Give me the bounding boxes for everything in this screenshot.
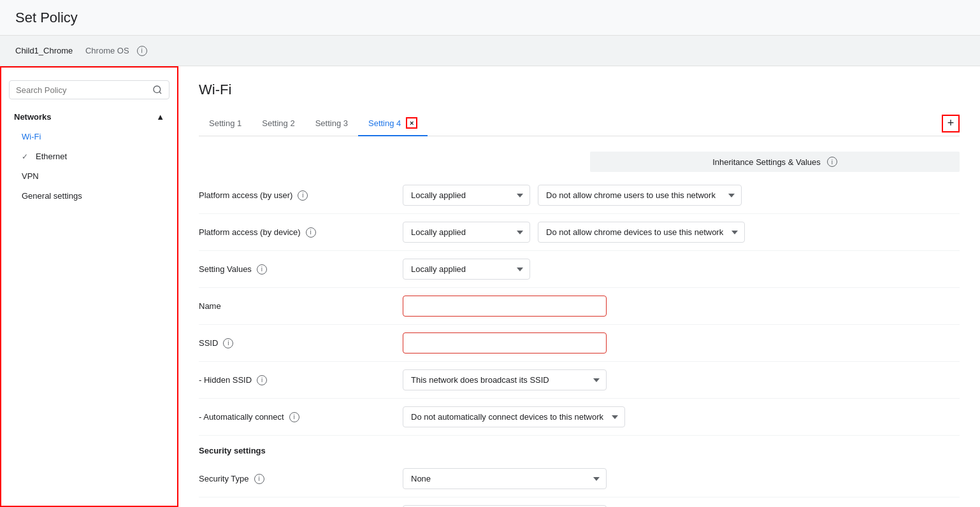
sidebar-item-vpn[interactable]: VPN bbox=[6, 166, 172, 186]
setting-row-platform-user: Platform access (by user) i Locally appl… bbox=[199, 177, 960, 214]
sidebar-item-general-label: General settings bbox=[22, 191, 82, 201]
breadcrumb-current: Chrome OS bbox=[85, 46, 129, 55]
sidebar: Networks ▲ Wi-Fi Ethernet VPN General se… bbox=[0, 66, 178, 507]
security-type-label: Security Type i bbox=[199, 474, 403, 484]
content-area: Wi-Fi Setting 1 Setting 2 Setting 3 Sett… bbox=[178, 66, 980, 507]
sidebar-item-wifi-label: Wi-Fi bbox=[22, 132, 41, 141]
platform-device-value-select[interactable]: Do not allow chrome devices to use this … bbox=[538, 222, 745, 243]
hidden-ssid-info-icon[interactable]: i bbox=[257, 375, 267, 385]
ssid-label: SSID i bbox=[199, 338, 403, 348]
platform-user-value-select[interactable]: Do not allow chrome users to use this ne… bbox=[538, 185, 742, 206]
page-title: Set Policy bbox=[15, 10, 78, 26]
search-icon bbox=[152, 85, 162, 95]
ssid-controls bbox=[403, 332, 960, 353]
setting-row-ip-settings: IP settings i No Yes bbox=[199, 497, 960, 507]
platform-user-inheritance-select[interactable]: Locally applied Inherited bbox=[403, 185, 530, 206]
tab-setting2-label: Setting 2 bbox=[262, 118, 294, 128]
name-label: Name bbox=[199, 301, 403, 311]
hidden-ssid-select[interactable]: This network does broadcast its SSID Thi… bbox=[403, 369, 607, 390]
tab-setting2[interactable]: Setting 2 bbox=[252, 112, 305, 136]
breadcrumb-info-icon[interactable]: i bbox=[137, 46, 147, 56]
breadcrumb-separator bbox=[78, 46, 80, 55]
setting-values-info-icon[interactable]: i bbox=[257, 264, 267, 275]
setting-row-ssid: SSID i bbox=[199, 325, 960, 362]
tab-setting4-label: Setting 4 bbox=[368, 118, 401, 128]
tab-setting3-label: Setting 3 bbox=[315, 118, 348, 128]
nav-networks-header[interactable]: Networks ▲ bbox=[6, 107, 172, 127]
setting-row-name: Name bbox=[199, 288, 960, 325]
nav-networks-section: Networks ▲ Wi-Fi Ethernet VPN General se… bbox=[1, 107, 177, 206]
setting-values-inheritance-select[interactable]: Locally applied Inherited bbox=[403, 259, 530, 280]
inheritance-header: Inheritance Settings & Values i bbox=[199, 152, 960, 172]
inheritance-label: Inheritance Settings & Values i bbox=[590, 152, 960, 172]
platform-user-controls: Locally applied Inherited Do not allow c… bbox=[403, 185, 960, 206]
inheritance-info-icon[interactable]: i bbox=[827, 157, 837, 167]
tab-setting1[interactable]: Setting 1 bbox=[199, 112, 252, 136]
platform-user-info-icon[interactable]: i bbox=[298, 190, 308, 201]
svg-line-1 bbox=[159, 92, 161, 94]
auto-connect-select[interactable]: Do not automatically connect devices to … bbox=[403, 406, 625, 427]
setting-values-label: Setting Values i bbox=[199, 264, 403, 275]
platform-device-controls: Locally applied Inherited Do not allow c… bbox=[403, 222, 960, 243]
tabs-row: Setting 1 Setting 2 Setting 3 Setting 4 … bbox=[199, 111, 960, 136]
breadcrumb-parent[interactable]: Child1_Chrome bbox=[15, 46, 73, 55]
search-input[interactable] bbox=[16, 85, 147, 95]
security-type-info-icon[interactable]: i bbox=[254, 474, 264, 484]
nav-networks-chevron-icon: ▲ bbox=[156, 112, 164, 122]
setting-row-setting-values: Setting Values i Locally applied Inherit… bbox=[199, 251, 960, 288]
tab-setting1-label: Setting 1 bbox=[209, 118, 241, 128]
setting-row-auto-connect: - Automatically connect i Do not automat… bbox=[199, 399, 960, 436]
platform-device-inheritance-select[interactable]: Locally applied Inherited bbox=[403, 222, 530, 243]
setting-row-hidden-ssid: - Hidden SSID i This network does broadc… bbox=[199, 362, 960, 399]
settings-grid: Inheritance Settings & Values i Platform… bbox=[199, 152, 960, 507]
auto-connect-controls: Do not automatically connect devices to … bbox=[403, 406, 960, 427]
platform-device-info-icon[interactable]: i bbox=[306, 227, 316, 238]
auto-connect-label: - Automatically connect i bbox=[199, 412, 403, 422]
tab-add-button[interactable]: + bbox=[942, 115, 960, 132]
sidebar-item-general-settings[interactable]: General settings bbox=[6, 186, 172, 206]
tab-setting4-close-button[interactable]: × bbox=[406, 117, 417, 129]
search-box[interactable] bbox=[9, 80, 169, 99]
ssid-input[interactable] bbox=[403, 332, 607, 353]
setting-row-platform-device: Platform access (by device) i Locally ap… bbox=[199, 214, 960, 251]
security-type-controls: None WEP-PSK WPA-PSK WPA-EAP bbox=[403, 468, 960, 489]
name-controls bbox=[403, 296, 960, 317]
security-settings-header: Security settings bbox=[199, 436, 960, 461]
inheritance-label-text: Inheritance Settings & Values bbox=[712, 157, 821, 167]
platform-user-label: Platform access (by user) i bbox=[199, 190, 403, 201]
sidebar-item-vpn-label: VPN bbox=[22, 171, 39, 181]
name-input[interactable] bbox=[403, 296, 607, 317]
hidden-ssid-label: - Hidden SSID i bbox=[199, 375, 403, 385]
sidebar-item-ethernet[interactable]: Ethernet bbox=[6, 146, 172, 166]
sidebar-item-ethernet-label: Ethernet bbox=[36, 152, 67, 161]
nav-networks-label: Networks bbox=[14, 112, 52, 122]
ssid-info-icon[interactable]: i bbox=[223, 338, 233, 348]
tab-setting3[interactable]: Setting 3 bbox=[305, 112, 358, 136]
svg-point-0 bbox=[154, 86, 161, 93]
setting-row-security-type: Security Type i None WEP-PSK WPA-PSK WPA… bbox=[199, 461, 960, 497]
platform-device-label: Platform access (by device) i bbox=[199, 227, 403, 238]
breadcrumb: Child1_Chrome Chrome OS i bbox=[0, 36, 980, 66]
tab-setting4[interactable]: Setting 4 × bbox=[358, 111, 428, 136]
security-type-select[interactable]: None WEP-PSK WPA-PSK WPA-EAP bbox=[403, 468, 607, 489]
setting-values-controls: Locally applied Inherited bbox=[403, 259, 960, 280]
auto-connect-info-icon[interactable]: i bbox=[289, 412, 299, 422]
hidden-ssid-controls: This network does broadcast its SSID Thi… bbox=[403, 369, 960, 390]
section-title: Wi-Fi bbox=[199, 82, 960, 98]
sidebar-item-wifi[interactable]: Wi-Fi bbox=[6, 127, 172, 146]
